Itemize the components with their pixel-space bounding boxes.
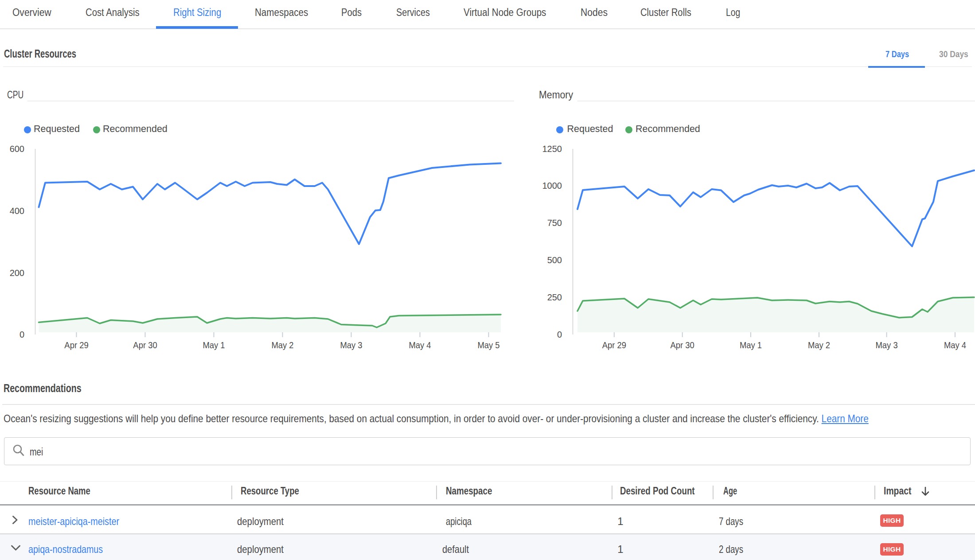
svg-text:May 4: May 4 xyxy=(409,340,431,350)
svg-text:May 3: May 3 xyxy=(340,340,362,350)
svg-text:Apr 29: Apr 29 xyxy=(602,340,626,350)
svg-text:400: 400 xyxy=(10,206,24,216)
svg-text:750: 750 xyxy=(547,218,562,228)
svg-text:May 2: May 2 xyxy=(271,340,293,350)
svg-text:Apr 30: Apr 30 xyxy=(671,340,695,350)
svg-text:200: 200 xyxy=(10,268,24,278)
svg-text:Apr 29: Apr 29 xyxy=(64,340,88,350)
svg-text:May 2: May 2 xyxy=(808,340,830,350)
svg-text:250: 250 xyxy=(547,292,562,302)
svg-text:May 3: May 3 xyxy=(875,340,897,350)
svg-text:1250: 1250 xyxy=(542,144,562,154)
svg-text:0: 0 xyxy=(20,330,24,339)
svg-text:May 1: May 1 xyxy=(203,340,225,350)
svg-text:May 1: May 1 xyxy=(740,340,762,350)
svg-text:500: 500 xyxy=(547,255,562,265)
svg-text:May 4: May 4 xyxy=(944,340,966,350)
svg-text:0: 0 xyxy=(557,330,562,339)
svg-text:1000: 1000 xyxy=(542,181,562,191)
svg-text:600: 600 xyxy=(10,144,24,154)
svg-text:May 5: May 5 xyxy=(477,340,499,350)
svg-text:Apr 30: Apr 30 xyxy=(133,340,157,350)
